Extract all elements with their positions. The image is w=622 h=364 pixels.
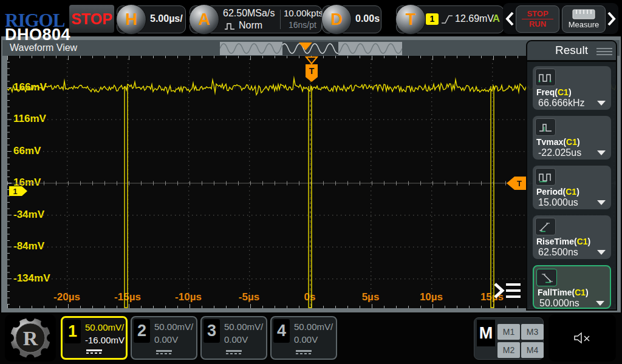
model-label: DHO804 xyxy=(5,25,70,44)
trigger-position-outline-icon[interactable] xyxy=(305,56,318,64)
top-bar: RIGOL STOP H 5.00µs/ A 62.50MSa/s Norm 1… xyxy=(0,0,622,36)
channel-1-card[interactable]: 1 50.00mV/ -16.00mV xyxy=(61,316,128,360)
channel-offset: 0.00V xyxy=(294,334,318,345)
measurement-channel: C1 xyxy=(566,187,576,197)
horizontal-knob[interactable]: H xyxy=(116,4,146,35)
channel-2-card[interactable]: 2 50.00mV/ 0.00V xyxy=(131,316,197,360)
bottom-bar: R 1 50.00mV/ -16.00mV 2 50.00mV/ 0.00V 3… xyxy=(0,312,622,364)
risetime-icon xyxy=(535,218,556,235)
pulse-mode-icon xyxy=(224,22,236,30)
freq-icon xyxy=(535,69,556,86)
chevron-right-icon[interactable] xyxy=(607,11,617,27)
chevron-down-icon[interactable] xyxy=(597,200,606,205)
coupling-icon xyxy=(296,350,312,354)
acquire-settings-pill[interactable]: A 62.50MSa/s Norm 10.00kpts 16ns/pt xyxy=(190,5,322,33)
rigol-gear-logo-button[interactable]: R xyxy=(5,314,56,362)
channel-offset: 0.00V xyxy=(224,334,248,345)
chevron-down-icon[interactable] xyxy=(596,301,604,306)
channel-offset: -16.00mV xyxy=(85,335,125,345)
menu-icon[interactable] xyxy=(596,46,612,57)
chevron-down-icon[interactable] xyxy=(597,250,606,255)
trigger-position-flag[interactable]: T xyxy=(305,64,318,83)
measurement-name: Freq( xyxy=(536,87,558,97)
trigger-level-value: 12.69mV xyxy=(455,13,494,24)
sound-mute-button[interactable] xyxy=(549,314,616,362)
oscilloscope-screen: Waveform View DHO804 RIGOL STOP H 5.00µs… xyxy=(0,0,622,364)
divider xyxy=(280,10,281,29)
coupling-icon xyxy=(86,349,102,354)
measurement-card-falltime[interactable]: FallTime(C1) 50.000ns xyxy=(533,265,611,309)
timebase-value: 5.00µs/ xyxy=(150,13,183,24)
channel-scale: 50.00mV/ xyxy=(224,322,263,332)
measurement-card-freq[interactable]: Freq(C1) 66.666kHz xyxy=(533,66,611,110)
channel1-level-marker[interactable]: 1 xyxy=(9,185,29,197)
run-stop-line1: STOP xyxy=(527,10,548,18)
svg-text:T: T xyxy=(517,179,522,188)
sample-resolution: 16ns/pt xyxy=(289,20,316,30)
measurement-value: 15.000us xyxy=(538,197,578,208)
channel-number: 1 xyxy=(64,320,81,343)
math-button[interactable]: M xyxy=(477,320,495,346)
run-stop-button[interactable]: STOP RUN xyxy=(516,5,559,33)
coupling-icon xyxy=(156,350,172,354)
channel-scale: 50.00mV/ xyxy=(85,322,124,332)
measurement-name: FallTime( xyxy=(538,288,575,297)
result-panel: Result Freq(C1) 66.666kHz Tvmax(C1) -22.… xyxy=(526,40,617,311)
channel-number: 2 xyxy=(134,319,150,343)
strip-position-pointer-icon[interactable] xyxy=(299,42,312,50)
tvmax-icon xyxy=(535,118,556,136)
ruler-icon xyxy=(572,9,595,19)
measurement-name: Period( xyxy=(536,187,566,197)
waveform-view[interactable]: 166mV116mV66mV16mV-34mV-84mV-134mV -20µs… xyxy=(7,56,616,308)
measurement-value: -22.025us xyxy=(538,147,581,158)
measure-label: Measure xyxy=(569,20,600,29)
svg-text:T: T xyxy=(309,66,315,76)
measurement-card-period[interactable]: Period(C1) 15.000us xyxy=(533,166,611,209)
trigger-source-badge: 1 xyxy=(426,13,439,25)
math-m4-button[interactable]: M4 xyxy=(521,342,544,358)
math-m3-button[interactable]: M3 xyxy=(521,324,544,340)
channel-4-card[interactable]: 4 50.00mV/ 0.00V xyxy=(270,316,337,360)
measure-button[interactable]: Measure xyxy=(562,5,606,33)
result-panel-header[interactable]: Result xyxy=(527,41,616,62)
math-m1-button[interactable]: M1 xyxy=(497,324,520,340)
measurement-value: 62.500ns xyxy=(538,247,578,258)
trigger-knob[interactable]: T xyxy=(395,4,426,35)
horizontal-settings-pill[interactable]: H 5.00µs/ xyxy=(117,5,186,33)
measurement-channel: C1 xyxy=(577,237,588,246)
channel-offset: 0.00V xyxy=(154,334,178,345)
measurement-name: Tvmax( xyxy=(536,137,566,147)
svg-text:R: R xyxy=(23,327,38,349)
acquire-mode: Norm xyxy=(239,20,262,31)
measurement-value: 50.000ns xyxy=(539,298,579,309)
math-m2-button[interactable]: M2 xyxy=(497,342,520,358)
channel-scale: 50.00mV/ xyxy=(154,322,193,332)
delay-settings-pill[interactable]: D 0.00s xyxy=(322,5,381,33)
delay-knob[interactable]: D xyxy=(321,4,352,35)
toolbar-nav-group: STOP RUN Measure xyxy=(503,3,618,34)
channel-number: 3 xyxy=(203,319,220,343)
delay-value: 0.00s xyxy=(355,13,380,24)
measurement-value: 66.666kHz xyxy=(538,98,585,109)
speaker-muted-icon xyxy=(573,331,592,345)
chevron-left-icon[interactable] xyxy=(505,11,514,27)
measurement-name: RiseTime( xyxy=(536,237,577,246)
period-icon xyxy=(535,168,556,186)
rising-edge-icon xyxy=(441,15,453,24)
quick-menu-icon[interactable] xyxy=(492,281,522,301)
trigger-settings-pill[interactable]: T 1 12.69mV A xyxy=(396,5,504,33)
measurement-card-risetime[interactable]: RiseTime(C1) 62.500ns xyxy=(533,215,611,259)
acquire-knob[interactable]: A xyxy=(189,4,219,35)
chevron-down-icon[interactable] xyxy=(597,101,606,106)
chevron-down-icon[interactable] xyxy=(597,150,606,155)
trigger-level-marker[interactable]: T xyxy=(507,176,527,190)
acquisition-status-button[interactable]: STOP xyxy=(69,5,114,33)
gear-logo-icon: R xyxy=(9,316,52,360)
measurement-card-tvmax[interactable]: Tvmax(C1) -22.025us xyxy=(533,116,611,160)
channel-3-card[interactable]: 3 50.00mV/ 0.00V xyxy=(200,316,267,360)
channel-scale: 50.00mV/ xyxy=(294,322,333,332)
coupling-icon xyxy=(226,350,242,354)
math-group: M M1 M3 M2 M4 xyxy=(474,317,544,360)
measurement-channel: C1 xyxy=(566,137,577,147)
trigger-sweep-auto: A xyxy=(493,13,500,25)
